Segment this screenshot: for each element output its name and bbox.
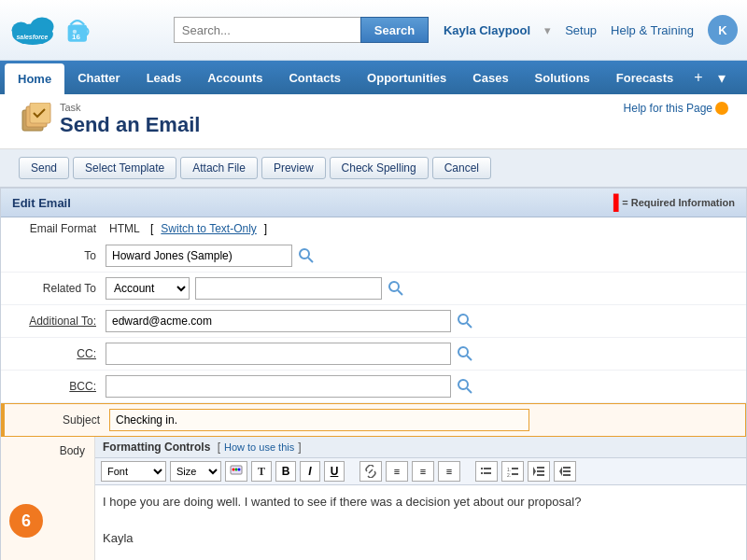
body-text-area[interactable]: I hope you are doing well. I wanted to s… — [95, 485, 746, 560]
attach-file-button[interactable]: Attach File — [180, 157, 258, 179]
size-select[interactable]: Size — [170, 461, 221, 482]
bcc-label: BCC: — [12, 380, 106, 393]
nav-item-forecasts[interactable]: Forecasts — [603, 61, 686, 94]
nav-item-leads[interactable]: Leads — [134, 61, 195, 94]
setup-link[interactable]: Setup — [565, 23, 597, 37]
subject-input[interactable] — [109, 409, 529, 431]
text-color-button[interactable] — [225, 461, 247, 482]
page-title: Send an Email — [60, 113, 200, 137]
nav-item-cases[interactable]: Cases — [459, 61, 521, 94]
email-format-label: Email Format — [12, 222, 106, 235]
related-to-input[interactable] — [195, 277, 382, 300]
bcc-lookup-icon[interactable] — [457, 378, 473, 395]
svg-line-18 — [467, 356, 472, 360]
svg-rect-26 — [484, 468, 491, 469]
svg-rect-32 — [512, 473, 518, 475]
nav-item-accounts[interactable]: Accounts — [194, 61, 275, 94]
help-training-link[interactable]: Help & Training — [611, 23, 694, 37]
preview-button[interactable]: Preview — [261, 157, 326, 179]
svg-rect-33 — [537, 467, 544, 469]
additional-to-input[interactable] — [106, 310, 451, 332]
salesforce-cup-icon: 16 — [61, 11, 98, 49]
check-spelling-button[interactable]: Check Spelling — [330, 157, 429, 179]
svg-line-14 — [398, 290, 402, 295]
avatar: K — [708, 15, 738, 45]
bracket-how-close: ] — [298, 441, 301, 454]
subject-row: Subject — [1, 403, 746, 437]
toolbar: Send Select Template Attach File Preview… — [0, 149, 747, 188]
ordered-list-button[interactable]: 1. 2. — [501, 461, 524, 482]
search-input[interactable] — [174, 17, 360, 43]
help-link[interactable]: Help for this Page — [624, 102, 728, 115]
font-select[interactable]: Font — [101, 461, 166, 482]
svg-rect-27 — [481, 472, 483, 474]
svg-point-19 — [458, 380, 468, 389]
related-to-label: Related To — [12, 282, 106, 295]
search-button[interactable]: Search — [360, 17, 429, 43]
nav-item-chatter[interactable]: Chatter — [64, 61, 134, 94]
how-to-link[interactable]: How to use this — [224, 441, 294, 453]
unordered-list-button[interactable] — [475, 461, 498, 482]
bracket-open: [ — [148, 222, 154, 235]
cancel-button[interactable]: Cancel — [432, 157, 491, 179]
text-format-button[interactable]: T — [251, 461, 272, 482]
select-template-button[interactable]: Select Template — [73, 157, 176, 179]
logo-area: salesforce 16 — [9, 11, 159, 49]
cc-value — [106, 343, 735, 365]
bcc-input[interactable] — [106, 375, 451, 398]
send-button[interactable]: Send — [19, 157, 69, 179]
nav-item-home[interactable]: Home — [5, 63, 64, 94]
body-text-line1: I hope you are doing well. I wanted to s… — [103, 493, 739, 511]
nav-arrow-button[interactable]: ▾ — [711, 61, 733, 94]
italic-button[interactable]: I — [300, 461, 320, 482]
formatting-controls-label: Formatting Controls — [103, 441, 210, 454]
to-input[interactable] — [106, 245, 292, 267]
svg-point-17 — [458, 347, 468, 357]
svg-rect-30 — [512, 468, 518, 469]
formatting-controls-bar: Formatting Controls [ How to use this ] — [95, 437, 746, 458]
required-text: = Required Information — [622, 197, 735, 208]
body-label: Body — [1, 437, 94, 457]
align-left-button[interactable]: ≡ — [386, 461, 408, 482]
format-toolbar: Font Size T — [95, 458, 746, 485]
cc-input[interactable] — [106, 343, 451, 365]
to-value — [106, 245, 735, 267]
switch-to-text-link[interactable]: Switch to Text-Only — [161, 222, 256, 235]
nav-item-contacts[interactable]: Contacts — [275, 61, 354, 94]
align-center-button[interactable]: ≡ — [412, 461, 434, 482]
svg-point-23 — [235, 469, 238, 471]
svg-point-15 — [458, 315, 468, 324]
cc-lookup-icon[interactable] — [457, 345, 473, 362]
align-right-button[interactable]: ≡ — [438, 461, 460, 482]
help-dot-icon — [715, 102, 728, 115]
task-label: Task — [60, 102, 200, 113]
svg-text:16: 16 — [72, 33, 80, 41]
svg-line-16 — [467, 323, 472, 328]
link-button[interactable] — [359, 461, 382, 482]
header-right: Kayla Claypool ▾ Setup Help & Training K — [444, 15, 738, 45]
search-area: Search — [159, 17, 444, 43]
outdent-button[interactable] — [554, 461, 576, 482]
body-row: Body Formatting Controls [ How to use th… — [1, 437, 746, 560]
additional-to-lookup-icon[interactable] — [457, 313, 473, 329]
underline-button[interactable]: U — [324, 461, 345, 482]
user-name[interactable]: Kayla Claypool — [444, 23, 530, 37]
related-to-lookup-icon[interactable] — [388, 280, 404, 297]
svg-rect-25 — [481, 468, 483, 469]
indent-button[interactable] — [528, 461, 550, 482]
to-lookup-icon[interactable] — [298, 247, 315, 264]
cc-row: CC: — [1, 338, 746, 371]
body-text-line2 — [103, 511, 739, 530]
required-star-icon: ▐ — [608, 194, 618, 211]
help-link-text: Help for this Page — [624, 102, 712, 115]
task-header: Task Send an Email Help for this Page — [0, 94, 747, 149]
related-to-select[interactable]: Account — [106, 277, 190, 300]
nav-item-solutions[interactable]: Solutions — [522, 61, 603, 94]
nav-item-opportunities[interactable]: Opportunities — [354, 61, 459, 94]
related-to-value: Account — [106, 277, 735, 300]
nav-plus-button[interactable]: + — [686, 61, 710, 94]
bold-button[interactable]: B — [275, 461, 296, 482]
svg-rect-35 — [537, 474, 544, 476]
nav-bar: Home Chatter Leads Accounts Contacts Opp… — [0, 61, 747, 94]
svg-text:2.: 2. — [507, 472, 511, 478]
